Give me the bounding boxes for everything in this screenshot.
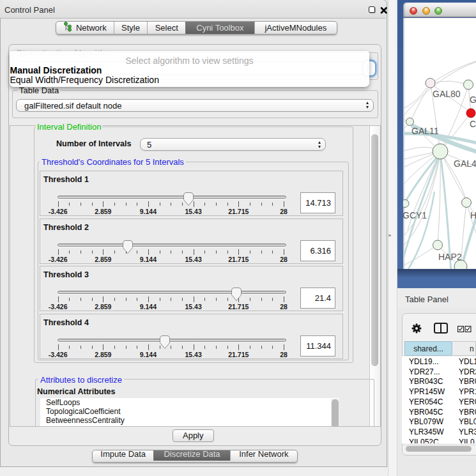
svg-text:CY: CY	[470, 119, 476, 129]
svg-text:GAL11: GAL11	[411, 126, 439, 136]
svg-text:H: H	[470, 210, 476, 220]
svg-text:HAP2: HAP2	[438, 252, 462, 262]
svg-text:GAL4: GAL4	[454, 158, 476, 169]
svg-text:GCY1: GCY1	[403, 210, 427, 220]
svg-text:GAL80: GAL80	[433, 89, 461, 99]
svg-text:GA: GA	[470, 95, 476, 105]
